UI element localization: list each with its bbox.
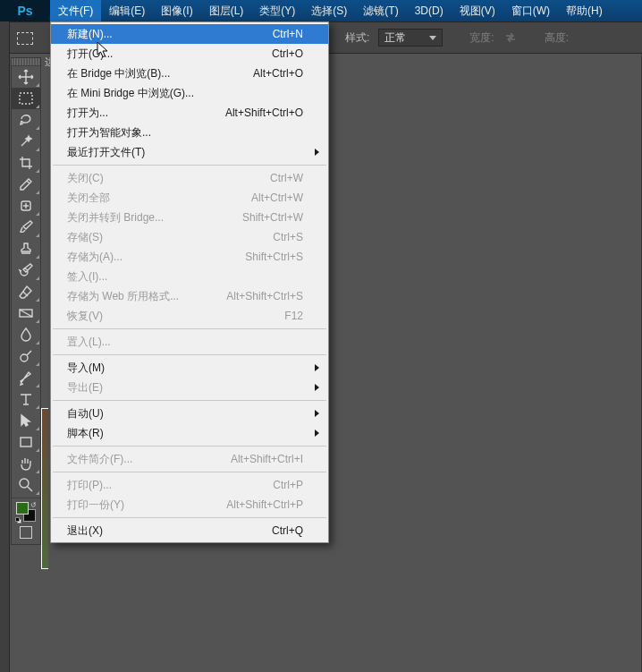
tool-history-brush[interactable] [12, 259, 40, 281]
tool-type[interactable] [12, 388, 40, 410]
file-menu-item-15: 恢复(V)F12 [51, 306, 328, 326]
tool-magic-wand[interactable] [12, 131, 40, 152]
marquee-icon [17, 32, 33, 45]
tool-crop[interactable] [12, 152, 40, 174]
toolbox-grip[interactable] [12, 58, 40, 66]
menu-item-label: 存储为(A)... [67, 250, 122, 265]
eraser-icon [18, 284, 34, 300]
document-edge [41, 408, 48, 569]
file-menu-item-5[interactable]: 打开为智能对象... [51, 123, 328, 142]
menu-item-label: 打开为... [67, 106, 108, 121]
file-menu-item-1[interactable]: 打开(O)...Ctrl+O [51, 44, 328, 64]
file-menu-item-28: 打印一份(Y)Alt+Shift+Ctrl+P [51, 495, 328, 515]
tool-marquee[interactable] [12, 88, 40, 109]
default-colors-icon[interactable] [15, 517, 21, 523]
brush-icon [18, 219, 34, 235]
menu-item-label: 导出(E) [67, 380, 103, 396]
menu-item-label: 存储(S) [67, 230, 103, 245]
style-select[interactable]: 正常 [378, 29, 443, 47]
file-menu-item-19[interactable]: 导入(M) [51, 358, 328, 378]
path-select-icon [18, 413, 34, 429]
tool-lasso[interactable] [12, 109, 40, 131]
file-menu-item-22[interactable]: 自动(U) [51, 404, 328, 423]
menu-item-label: 签入(I)... [67, 269, 107, 285]
menu-item-label: 在 Bridge 中浏览(B)... [67, 66, 170, 81]
menu-0[interactable]: 文件(F) [50, 0, 101, 21]
tool-stamp[interactable] [12, 238, 40, 259]
menu-separator [53, 400, 326, 401]
menu-item-label: 置入(L)... [67, 335, 111, 350]
tool-dodge[interactable] [12, 345, 40, 367]
file-menu-item-3[interactable]: 在 Mini Bridge 中浏览(G)... [51, 83, 328, 103]
healing-icon [18, 198, 34, 214]
tool-zoom[interactable] [12, 474, 40, 496]
menu-item-label: 打印一份(Y) [67, 498, 124, 513]
menu-9[interactable]: 窗口(W) [503, 0, 558, 21]
tool-blur[interactable] [12, 324, 40, 345]
file-menu-item-2[interactable]: 在 Bridge 中浏览(B)...Alt+Ctrl+O [51, 64, 328, 83]
menu-separator [53, 446, 326, 447]
stamp-icon [18, 241, 34, 257]
standard-mode-button[interactable] [20, 526, 32, 539]
menu-separator [53, 328, 326, 329]
menu-item-label: 关闭(C) [67, 171, 104, 186]
menu-3[interactable]: 图层(L) [201, 0, 252, 21]
menu-item-label: 文件简介(F)... [67, 452, 132, 467]
menu-10[interactable]: 帮助(H) [558, 0, 611, 21]
menu-item-shortcut: Alt+Shift+Ctrl+S [226, 290, 303, 302]
menu-item-shortcut: Alt+Shift+Ctrl+I [231, 453, 303, 465]
menu-item-label: 关闭全部 [67, 191, 110, 206]
file-menu-item-30[interactable]: 退出(X)Ctrl+Q [51, 521, 328, 540]
tool-rectangle[interactable] [12, 431, 40, 453]
file-menu-item-23[interactable]: 脚本(R) [51, 423, 328, 443]
tool-eraser[interactable] [12, 281, 40, 302]
menu-separator [53, 165, 326, 166]
tool-gradient[interactable] [12, 302, 40, 324]
menu-6[interactable]: 滤镜(T) [355, 0, 406, 21]
menu-separator [53, 354, 326, 355]
menu-2[interactable]: 图像(I) [153, 0, 200, 21]
foreground-color[interactable] [16, 502, 29, 515]
type-icon [18, 391, 34, 407]
tool-eyedropper[interactable] [12, 174, 40, 195]
blur-icon [18, 327, 34, 343]
menu-5[interactable]: 选择(S) [303, 0, 355, 21]
menu-item-label: 最近打开文件(T) [67, 145, 145, 160]
swap-colors-icon[interactable]: ↺ [30, 501, 37, 509]
tool-move[interactable] [12, 66, 40, 88]
menu-item-label: 导入(M) [67, 361, 105, 376]
menu-item-shortcut: Alt+Shift+Ctrl+P [226, 498, 303, 511]
tool-brush[interactable] [12, 217, 40, 238]
app-logo-text: Ps [17, 4, 32, 18]
menu-item-shortcut: Shift+Ctrl+W [242, 211, 303, 224]
marquee-icon [18, 90, 34, 106]
menu-1[interactable]: 编辑(E) [101, 0, 153, 21]
menu-item-label: 打印(P)... [67, 478, 112, 493]
menu-4[interactable]: 类型(Y) [251, 0, 303, 21]
panel-strip [0, 21, 10, 672]
file-menu-item-0[interactable]: 新建(N)...Ctrl+N [51, 24, 328, 44]
tool-preset-button[interactable] [5, 22, 45, 55]
menu-item-shortcut: Ctrl+W [270, 172, 303, 184]
height-label: 高度: [545, 30, 569, 46]
tool-hand[interactable] [12, 453, 40, 474]
color-swatches[interactable]: ↺ [12, 498, 40, 523]
file-menu-item-6[interactable]: 最近打开文件(T) [51, 142, 328, 162]
tool-path-select[interactable] [12, 410, 40, 431]
menu-7[interactable]: 3D(D) [407, 0, 452, 21]
file-menu-item-4[interactable]: 打开为...Alt+Shift+Ctrl+O [51, 103, 328, 123]
file-menu-item-25: 文件简介(F)...Alt+Shift+Ctrl+I [51, 449, 328, 469]
menu-bar: Ps 文件(F)编辑(E)图像(I)图层(L)类型(Y)选择(S)滤镜(T)3D… [0, 0, 642, 21]
hand-icon [18, 455, 34, 472]
tool-healing[interactable] [12, 195, 40, 217]
menu-8[interactable]: 视图(V) [452, 0, 503, 21]
file-menu-item-14: 存储为 Web 所用格式...Alt+Shift+Ctrl+S [51, 286, 328, 306]
file-menu-item-20: 导出(E) [51, 378, 328, 397]
menu-item-shortcut: Ctrl+N [273, 28, 303, 40]
menu-item-shortcut: Shift+Ctrl+S [245, 251, 303, 263]
tool-pen[interactable] [12, 367, 40, 388]
file-menu-item-8: 关闭(C)Ctrl+W [51, 168, 328, 188]
menu-item-shortcut: Ctrl+O [272, 47, 303, 60]
swap-dimensions-icon[interactable] [503, 30, 518, 45]
magic-wand-icon [18, 133, 34, 149]
